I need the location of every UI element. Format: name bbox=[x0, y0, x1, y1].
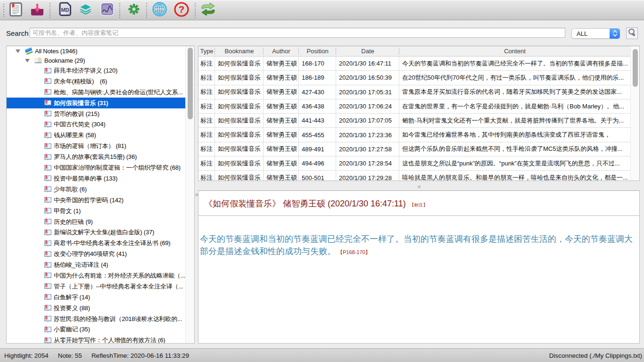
cell-bookname: 如何假装懂音乐 bbox=[215, 57, 264, 70]
tree-item[interactable]: 改变心理学的40项研究 (41) bbox=[7, 249, 186, 260]
tree-item[interactable]: 钱从哪里来 (58) bbox=[7, 130, 186, 141]
tree-item[interactable]: 罗马人的故事(套装共15册) (36) bbox=[7, 152, 186, 163]
status-bar: Hightlight: 2054 Note: 55 RefleshTime: 2… bbox=[0, 348, 644, 362]
cell-type: 标注 bbox=[198, 156, 215, 170]
column-header-position[interactable]: Position bbox=[299, 46, 336, 56]
tree-item[interactable]: 庆余年(精校版) (6) bbox=[7, 76, 186, 87]
cell-bookname: 如何假装懂音乐 bbox=[215, 156, 264, 170]
tree-item[interactable]: 中央帝国的哲学密码 (142) bbox=[7, 195, 186, 206]
search-label: Search bbox=[6, 29, 29, 37]
table-scrollbar[interactable] bbox=[630, 46, 639, 181]
tree-item[interactable]: 中国古代简史 (304) bbox=[7, 119, 186, 130]
book-icon bbox=[44, 142, 52, 150]
tree-item[interactable]: 如何假装懂音乐 (31) bbox=[7, 98, 186, 108]
tree-item[interactable]: 投资中最简单的事 (133) bbox=[7, 173, 186, 184]
cell-bookname: 如何假装懂音乐 bbox=[215, 171, 264, 181]
tree-item-label: 从零开始学写作：个人增值的有效方法 (6) bbox=[54, 335, 165, 344]
column-header-bookname[interactable]: Bookname bbox=[215, 46, 264, 56]
cell-content: 在20世纪50年代到70年代之间，有过一类乐队，叫节奏蓝调乐队，他们使用的乐..… bbox=[399, 71, 630, 84]
horizontal-splitter-handle[interactable] bbox=[418, 185, 421, 188]
notes-button[interactable] bbox=[9, 0, 23, 20]
column-header-author[interactable]: Author bbox=[264, 46, 299, 56]
status-refresh-time: RefleshTime: 2020-06-16 11:33:29 bbox=[91, 352, 189, 359]
cell-author: 储智勇王硕 bbox=[264, 99, 299, 113]
tree-item[interactable]: All Notes (1946) bbox=[7, 47, 186, 56]
disclosure-triangle-icon[interactable] bbox=[16, 49, 20, 53]
status-highlight-count: Hightlight: 2054 bbox=[4, 352, 49, 359]
tree-item-label: 钱从哪里来 (58) bbox=[54, 130, 96, 141]
cell-date: 2020/1/30 17:06:24 bbox=[336, 99, 399, 113]
cell-content: 在雷鬼的世界里，有一个名字是必须提到的，就是鲍勃·马利（Bob Marley）。… bbox=[399, 99, 630, 113]
book-icon bbox=[44, 293, 52, 301]
disclosure-triangle-icon[interactable] bbox=[25, 58, 30, 63]
table-row[interactable]: 标注如何假装懂音乐储智勇王硕500-5012020/1/30 17:29:28嘻… bbox=[198, 171, 639, 181]
tree-item[interactable]: 货币的教训 (215) bbox=[7, 108, 186, 119]
tree-item[interactable]: 中国为什么有前途：对外经济关系的战略潜能（... bbox=[7, 271, 186, 281]
tree-scrollbar-thumb[interactable] bbox=[188, 48, 193, 119]
tree-item-label: 苏世民:我的经验与教训（2018读桥水达利欧的... bbox=[54, 313, 182, 324]
table-row[interactable]: 标注如何假装懂音乐储智勇王硕427-4302020/1/30 17:05:31雷… bbox=[198, 85, 639, 99]
tree-item[interactable]: 历史的巨镜 (9) bbox=[7, 216, 186, 227]
tree-item-label: 投资要义 (88) bbox=[54, 303, 90, 313]
column-header-date[interactable]: Date bbox=[336, 46, 399, 56]
tree-item-label: 小窗幽记 (35) bbox=[54, 324, 90, 335]
table-row[interactable]: 标注如何假装懂音乐储智勇王硕489-4912020/1/30 17:27:58但… bbox=[198, 142, 639, 156]
help-button[interactable]: ? bbox=[173, 0, 189, 20]
svg-text:MD: MD bbox=[61, 7, 69, 13]
settings-button[interactable] bbox=[128, 0, 140, 20]
import-button[interactable] bbox=[30, 0, 44, 20]
tree-item[interactable]: 薛兆丰经济学讲义 (120) bbox=[7, 66, 186, 76]
vertical-splitter-handle[interactable] bbox=[195, 193, 198, 196]
filter-dropdown[interactable]: ALL bbox=[571, 28, 620, 39]
book-icon bbox=[44, 185, 52, 193]
table-row[interactable]: 标注如何假装懂音乐储智勇王硕436-4382020/1/30 17:06:24在… bbox=[198, 99, 639, 114]
tree-item-label: 中国古代简史 (304) bbox=[54, 119, 106, 130]
column-header-type[interactable]: Type bbox=[198, 46, 215, 56]
tree-item[interactable]: 从零开始学写作：个人增值的有效方法 (6) bbox=[7, 335, 186, 344]
detail-body: 今天的节奏蓝调和当初的节奏蓝调已经完全不一样了。当初的节奏蓝调有很多是描述困苦生… bbox=[200, 233, 639, 258]
tree-item[interactable]: 杨伯峻_论语译注 (4) bbox=[7, 260, 186, 271]
tree-item[interactable]: 新编说文解字大全集(超值白金版) (37) bbox=[7, 227, 186, 238]
search-button[interactable] bbox=[626, 27, 638, 39]
markdown-export-button[interactable]: MD bbox=[58, 0, 72, 20]
table-row[interactable]: 标注如何假装懂音乐储智勇王硕186-1892020/1/30 16:50:39在… bbox=[198, 71, 639, 85]
tree-item[interactable]: 少年凯歌 (6) bbox=[7, 184, 186, 195]
refresh-button[interactable] bbox=[200, 0, 216, 20]
tree-item[interactable]: 市场的逻辑（增订本） (81) bbox=[7, 141, 186, 152]
tree-item[interactable]: 管子（上下册）--中华经典名著全本全注全译（... bbox=[7, 281, 186, 292]
tree-item-label: 杨伯峻_论语译注 (4) bbox=[54, 260, 108, 271]
tree-item[interactable]: 白鱼解字 (14) bbox=[7, 292, 186, 303]
table-row[interactable]: 标注如何假装懂音乐储智勇王硕441-4432020/1/30 17:07:05鲍… bbox=[198, 114, 639, 128]
book-icon bbox=[44, 164, 52, 172]
table-row[interactable]: 标注如何假装懂音乐储智勇王硕455-4552020/1/30 17:23:36如… bbox=[198, 128, 639, 142]
cell-date: 2020/1/30 17:05:31 bbox=[336, 85, 399, 99]
website-button[interactable] bbox=[152, 0, 167, 20]
tree-item[interactable]: Bookname (29) bbox=[7, 56, 186, 66]
tree-item-label: Bookname (29) bbox=[44, 56, 85, 66]
search-input[interactable] bbox=[30, 28, 565, 38]
cell-content: 嘻哈就是黑人的朋克音乐。和最早的朋克一样，嘻哈也是来自街头的文化，都是一... bbox=[399, 171, 630, 181]
column-header-content[interactable]: Content bbox=[399, 46, 630, 56]
dropdown-chevrons-icon bbox=[610, 28, 620, 39]
cell-position: 168-170 bbox=[299, 57, 336, 70]
tree-item[interactable]: 商君书-中华经典名著全本全注全译丛书 (69) bbox=[7, 238, 186, 249]
table-row[interactable]: 标注如何假装懂音乐储智勇王硕168-1702020/1/30 16:47:11今… bbox=[198, 57, 639, 71]
tree-item[interactable]: 甲骨文 (1) bbox=[7, 206, 186, 216]
layers-button[interactable] bbox=[80, 0, 91, 20]
book-icon bbox=[44, 121, 52, 129]
cell-position: 455-455 bbox=[299, 128, 336, 141]
tree-item[interactable]: 小窗幽记 (35) bbox=[7, 324, 186, 335]
filter-dropdown-value: ALL bbox=[572, 30, 610, 37]
book-icon bbox=[44, 315, 52, 323]
cell-position: 436-438 bbox=[299, 99, 336, 113]
statistics-button[interactable] bbox=[100, 0, 114, 20]
tree-item[interactable]: 投资要义 (88) bbox=[7, 303, 186, 313]
cell-date: 2020/1/30 17:28:54 bbox=[336, 156, 399, 170]
tree-item[interactable]: 枪炮、病菌与钢铁:人类社会的命运(世纪人文系... bbox=[7, 87, 186, 98]
table-scrollbar-thumb[interactable] bbox=[633, 49, 638, 87]
tree-item[interactable]: 中国国家治理的制度逻辑：一个组织学研究 (68) bbox=[7, 163, 186, 173]
question-icon: ? bbox=[174, 2, 189, 19]
table-row[interactable]: 标注如何假装懂音乐储智勇王硕494-4962020/1/30 17:28:54这… bbox=[198, 156, 639, 171]
tree-scrollbar[interactable] bbox=[185, 46, 194, 343]
tree-item[interactable]: 苏世民:我的经验与教训（2018读桥水达利欧的... bbox=[7, 313, 186, 324]
